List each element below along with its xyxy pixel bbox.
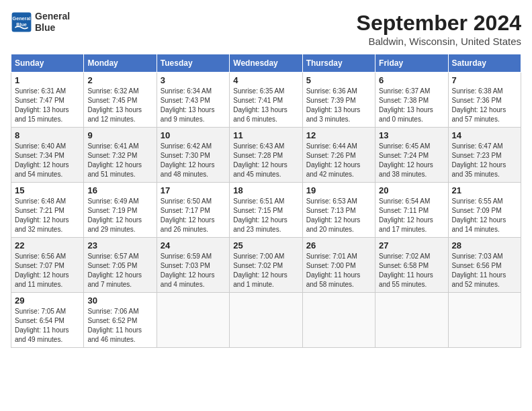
- calendar-cell: 17Sunrise: 6:50 AM Sunset: 7:17 PM Dayli…: [157, 183, 229, 238]
- calendar-cell: 7Sunrise: 6:38 AM Sunset: 7:36 PM Daylig…: [448, 73, 521, 128]
- day-of-week-header: Tuesday: [157, 54, 229, 73]
- day-info: Sunrise: 6:45 AM Sunset: 7:24 PM Dayligh…: [379, 142, 444, 179]
- calendar-week-row: 8Sunrise: 6:40 AM Sunset: 7:34 PM Daylig…: [11, 128, 521, 183]
- calendar-cell: 13Sunrise: 6:45 AM Sunset: 7:24 PM Dayli…: [375, 128, 448, 183]
- calendar-cell: 6Sunrise: 6:37 AM Sunset: 7:38 PM Daylig…: [375, 73, 448, 128]
- calendar-week-row: 1Sunrise: 6:31 AM Sunset: 7:47 PM Daylig…: [11, 73, 521, 128]
- calendar-cell: 30Sunrise: 7:06 AM Sunset: 6:52 PM Dayli…: [84, 293, 157, 348]
- calendar-cell: 18Sunrise: 6:51 AM Sunset: 7:15 PM Dayli…: [230, 183, 302, 238]
- day-info: Sunrise: 7:05 AM Sunset: 6:54 PM Dayligh…: [15, 307, 80, 345]
- day-info: Sunrise: 6:31 AM Sunset: 7:47 PM Dayligh…: [15, 87, 80, 124]
- day-info: Sunrise: 6:48 AM Sunset: 7:21 PM Dayligh…: [15, 197, 80, 234]
- day-info: Sunrise: 6:53 AM Sunset: 7:13 PM Dayligh…: [306, 197, 371, 234]
- day-number: 25: [233, 240, 298, 250]
- day-number: 3: [161, 75, 226, 85]
- day-info: Sunrise: 6:55 AM Sunset: 7:09 PM Dayligh…: [452, 197, 517, 234]
- day-number: 13: [379, 130, 444, 140]
- page-header: General Blue General Blue September 2024…: [11, 11, 521, 47]
- calendar-cell: 27Sunrise: 7:02 AM Sunset: 6:58 PM Dayli…: [375, 238, 448, 293]
- day-info: Sunrise: 7:02 AM Sunset: 6:58 PM Dayligh…: [379, 252, 444, 289]
- day-of-week-header: Saturday: [448, 54, 521, 73]
- calendar-cell: 22Sunrise: 6:56 AM Sunset: 7:07 PM Dayli…: [11, 238, 84, 293]
- calendar-cell: 12Sunrise: 6:44 AM Sunset: 7:26 PM Dayli…: [302, 128, 375, 183]
- day-number: 11: [233, 130, 298, 140]
- calendar-cell: 9Sunrise: 6:41 AM Sunset: 7:32 PM Daylig…: [84, 128, 157, 183]
- calendar-cell: 19Sunrise: 6:53 AM Sunset: 7:13 PM Dayli…: [302, 183, 375, 238]
- day-number: 1: [15, 75, 80, 85]
- day-of-week-header: Friday: [375, 54, 448, 73]
- calendar-cell: 14Sunrise: 6:47 AM Sunset: 7:23 PM Dayli…: [448, 128, 521, 183]
- day-info: Sunrise: 6:54 AM Sunset: 7:11 PM Dayligh…: [379, 197, 444, 234]
- day-info: Sunrise: 6:56 AM Sunset: 7:07 PM Dayligh…: [15, 252, 80, 289]
- day-info: Sunrise: 6:32 AM Sunset: 7:45 PM Dayligh…: [87, 87, 152, 124]
- day-info: Sunrise: 6:36 AM Sunset: 7:39 PM Dayligh…: [306, 87, 371, 124]
- day-number: 29: [15, 295, 80, 306]
- calendar-cell: [375, 293, 448, 348]
- calendar-cell: 25Sunrise: 7:00 AM Sunset: 7:02 PM Dayli…: [230, 238, 302, 293]
- calendar-cell: 16Sunrise: 6:49 AM Sunset: 7:19 PM Dayli…: [84, 183, 157, 238]
- day-info: Sunrise: 6:41 AM Sunset: 7:32 PM Dayligh…: [87, 142, 152, 179]
- calendar-cell: 11Sunrise: 6:43 AM Sunset: 7:28 PM Dayli…: [230, 128, 302, 183]
- calendar-cell: [230, 293, 302, 348]
- day-number: 16: [87, 185, 152, 195]
- day-number: 8: [15, 130, 80, 140]
- logo-text: General Blue: [35, 11, 70, 34]
- day-info: Sunrise: 7:06 AM Sunset: 6:52 PM Dayligh…: [87, 307, 152, 345]
- calendar-cell: 26Sunrise: 7:01 AM Sunset: 7:00 PM Dayli…: [302, 238, 375, 293]
- calendar-cell: 24Sunrise: 6:59 AM Sunset: 7:03 PM Dayli…: [157, 238, 229, 293]
- day-number: 23: [87, 240, 152, 250]
- day-number: 6: [379, 75, 444, 85]
- day-number: 15: [15, 185, 80, 195]
- day-number: 7: [452, 75, 517, 85]
- calendar-table: SundayMondayTuesdayWednesdayThursdayFrid…: [11, 54, 521, 348]
- day-info: Sunrise: 7:03 AM Sunset: 6:56 PM Dayligh…: [452, 252, 517, 289]
- calendar-cell: 4Sunrise: 6:35 AM Sunset: 7:41 PM Daylig…: [230, 73, 302, 128]
- calendar-cell: 8Sunrise: 6:40 AM Sunset: 7:34 PM Daylig…: [11, 128, 84, 183]
- day-info: Sunrise: 6:47 AM Sunset: 7:23 PM Dayligh…: [452, 142, 517, 179]
- day-info: Sunrise: 6:34 AM Sunset: 7:43 PM Dayligh…: [161, 87, 226, 124]
- calendar-cell: [302, 293, 375, 348]
- calendar-cell: [157, 293, 229, 348]
- day-number: 26: [306, 240, 371, 250]
- day-info: Sunrise: 6:49 AM Sunset: 7:19 PM Dayligh…: [87, 197, 152, 234]
- calendar-cell: 15Sunrise: 6:48 AM Sunset: 7:21 PM Dayli…: [11, 183, 84, 238]
- day-number: 30: [87, 295, 152, 306]
- day-number: 18: [233, 185, 298, 195]
- day-info: Sunrise: 6:37 AM Sunset: 7:38 PM Dayligh…: [379, 87, 444, 124]
- day-info: Sunrise: 6:50 AM Sunset: 7:17 PM Dayligh…: [161, 197, 226, 234]
- day-info: Sunrise: 7:01 AM Sunset: 7:00 PM Dayligh…: [306, 252, 371, 289]
- day-number: 12: [306, 130, 371, 140]
- day-number: 10: [161, 130, 226, 140]
- calendar-week-row: 29Sunrise: 7:05 AM Sunset: 6:54 PM Dayli…: [11, 293, 521, 348]
- calendar-cell: [448, 293, 521, 348]
- day-info: Sunrise: 6:43 AM Sunset: 7:28 PM Dayligh…: [233, 142, 298, 179]
- calendar-cell: 21Sunrise: 6:55 AM Sunset: 7:09 PM Dayli…: [448, 183, 521, 238]
- calendar-cell: 28Sunrise: 7:03 AM Sunset: 6:56 PM Dayli…: [448, 238, 521, 293]
- calendar-cell: 5Sunrise: 6:36 AM Sunset: 7:39 PM Daylig…: [302, 73, 375, 128]
- calendar-header-row: SundayMondayTuesdayWednesdayThursdayFrid…: [11, 54, 521, 73]
- calendar-cell: 20Sunrise: 6:54 AM Sunset: 7:11 PM Dayli…: [375, 183, 448, 238]
- calendar-cell: 23Sunrise: 6:57 AM Sunset: 7:05 PM Dayli…: [84, 238, 157, 293]
- day-info: Sunrise: 6:38 AM Sunset: 7:36 PM Dayligh…: [452, 87, 517, 124]
- day-info: Sunrise: 6:44 AM Sunset: 7:26 PM Dayligh…: [306, 142, 371, 179]
- day-info: Sunrise: 6:51 AM Sunset: 7:15 PM Dayligh…: [233, 197, 298, 234]
- calendar-cell: 1Sunrise: 6:31 AM Sunset: 7:47 PM Daylig…: [11, 73, 84, 128]
- day-of-week-header: Monday: [84, 54, 157, 73]
- calendar-cell: 10Sunrise: 6:42 AM Sunset: 7:30 PM Dayli…: [157, 128, 229, 183]
- day-number: 2: [87, 75, 152, 85]
- day-info: Sunrise: 6:35 AM Sunset: 7:41 PM Dayligh…: [233, 87, 298, 124]
- day-number: 4: [233, 75, 298, 85]
- calendar-cell: 2Sunrise: 6:32 AM Sunset: 7:45 PM Daylig…: [84, 73, 157, 128]
- day-number: 14: [452, 130, 517, 140]
- day-of-week-header: Wednesday: [230, 54, 302, 73]
- day-number: 22: [15, 240, 80, 250]
- day-info: Sunrise: 6:57 AM Sunset: 7:05 PM Dayligh…: [87, 252, 152, 289]
- title-block: September 2024 Baldwin, Wisconsin, Unite…: [357, 11, 521, 47]
- calendar-week-row: 15Sunrise: 6:48 AM Sunset: 7:21 PM Dayli…: [11, 183, 521, 238]
- day-info: Sunrise: 6:59 AM Sunset: 7:03 PM Dayligh…: [161, 252, 226, 289]
- day-info: Sunrise: 6:42 AM Sunset: 7:30 PM Dayligh…: [161, 142, 226, 179]
- day-number: 5: [306, 75, 371, 85]
- location-subtitle: Baldwin, Wisconsin, United States: [357, 36, 521, 47]
- day-of-week-header: Sunday: [11, 54, 84, 73]
- day-number: 20: [379, 185, 444, 195]
